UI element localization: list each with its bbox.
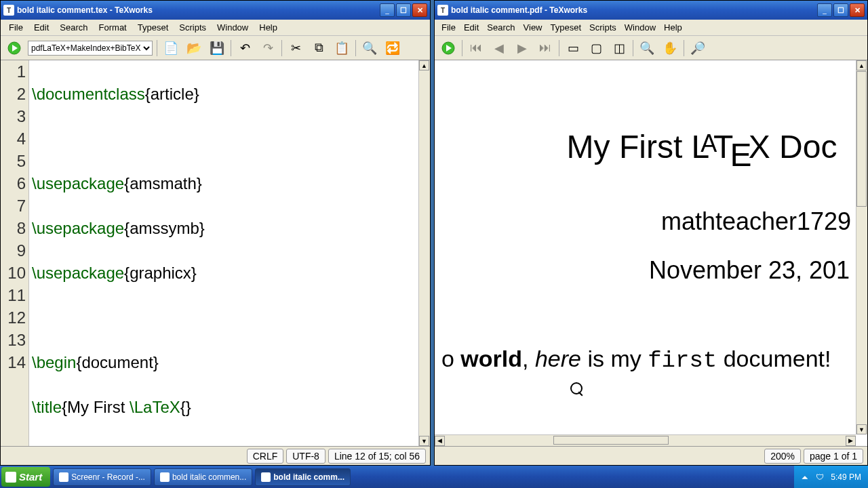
paste-button[interactable]: 📋 [332,39,351,58]
taskbar: Start Screenr - Record -... bold italic … [0,466,868,488]
separator [355,40,356,56]
app-icon [59,472,68,482]
pdf-viewport[interactable]: My First LATEX Doc mathteacher1729 Novem… [435,60,867,446]
typeset-engine-select[interactable]: pdfLaTeX+MakeIndex+BibTeX [28,41,153,56]
menu-search[interactable]: Search [483,21,519,34]
undo-button[interactable]: ↶ [235,39,254,58]
new-button[interactable]: 📄 [161,39,180,58]
save-button[interactable]: 💾 [208,39,226,58]
close-button[interactable]: ✕ [412,3,427,17]
vertical-scrollbar[interactable]: ▲ ▼ [856,60,867,434]
redo-button[interactable]: ↷ [258,39,277,58]
menu-edit[interactable]: Edit [28,21,54,34]
windows-flag-icon [5,472,16,483]
magnify-cursor-icon [570,382,585,397]
scroll-down-icon[interactable]: ▼ [856,424,867,434]
maximize-button[interactable]: ☐ [396,3,411,17]
viewer-statusbar: 200% page 1 of 1 [435,446,867,465]
scroll-left-icon[interactable]: ◀ [435,436,445,446]
open-button[interactable]: 📂 [184,39,203,58]
menu-typeset[interactable]: Typeset [132,21,174,34]
app-icon [160,472,170,482]
menu-scripts[interactable]: Scripts [585,21,620,34]
separator [281,40,282,56]
editor-window: T bold italic comment.tex - TeXworks _ ☐… [0,0,431,466]
menu-file[interactable]: File [437,21,460,34]
copy-button[interactable]: ⧉ [309,39,328,58]
doc-title: My First LATEX Doc [441,128,861,174]
close-button[interactable]: ✕ [850,3,865,17]
separator [462,40,462,56]
minimize-button[interactable]: _ [817,3,832,17]
scroll-right-icon[interactable]: ▶ [846,436,856,446]
menu-file[interactable]: File [3,21,28,34]
code-editor[interactable]: 1 2 3 4 5 6 7 8 9 10 11 12 13 14 \docume… [1,60,430,446]
source-button[interactable]: 🔎 [688,39,707,58]
editor-statusbar: CRLF UTF-8 Line 12 of 15; col 56 [1,446,430,465]
clock[interactable]: 5:49 PM [831,472,861,482]
pdf-page: My First LATEX Doc mathteacher1729 Novem… [435,60,867,387]
scroll-up-icon[interactable]: ▲ [419,60,429,70]
menu-typeset[interactable]: Typeset [547,21,586,34]
menu-view[interactable]: View [519,21,547,34]
magnify-tool-button[interactable]: 🔍 [637,39,656,58]
start-button[interactable]: Start [1,467,50,487]
app-icon: T [3,5,14,16]
replace-button[interactable]: 🔁 [383,39,402,58]
separator [559,40,559,56]
menu-format[interactable]: Format [94,21,132,34]
scroll-up-icon[interactable]: ▲ [856,60,867,70]
tray-icon[interactable]: 🛡 [816,472,825,482]
taskbar-item-tex[interactable]: bold italic commen... [154,468,252,486]
page-indicator[interactable]: page 1 of 1 [804,449,863,464]
fit-width-button[interactable]: ▭ [564,39,583,58]
separator [684,40,684,56]
eol-indicator[interactable]: CRLF [247,449,284,464]
typeset-button[interactable] [5,39,24,58]
cut-button[interactable]: ✂ [286,39,305,58]
horizontal-scrollbar[interactable]: ◀ ▶ [435,434,856,446]
system-tray[interactable]: ⏶ 🛡 5:49 PM [794,466,868,488]
scroll-thumb[interactable] [553,436,669,445]
pan-tool-button[interactable]: ✋ [660,39,679,58]
fit-page-button[interactable]: ▢ [587,39,606,58]
encoding-indicator[interactable]: UTF-8 [286,449,326,464]
separator [633,40,633,56]
maximize-button[interactable]: ☐ [833,3,848,17]
menu-edit[interactable]: Edit [460,21,483,34]
taskbar-item-screenr[interactable]: Screenr - Record -... [53,468,151,486]
menu-window[interactable]: Window [620,21,660,34]
app-icon [261,472,271,482]
menu-window[interactable]: Window [212,21,254,34]
zoom-indicator[interactable]: 200% [764,449,801,464]
scroll-down-icon[interactable]: ▼ [419,436,429,446]
line-gutter: 1 2 3 4 5 6 7 8 9 10 11 12 13 14 [1,60,29,446]
menu-search[interactable]: Search [54,21,93,34]
typeset-button[interactable] [439,39,458,58]
editor-menubar: File Edit Search Format Typeset Scripts … [1,20,430,36]
next-page-button[interactable]: ▶ [513,39,532,58]
code-content[interactable]: \documentclass{article} \usepackage{amsm… [29,60,418,446]
taskbar-item-pdf[interactable]: bold italic comm... [255,468,351,486]
separator [231,40,231,56]
last-page-button[interactable]: ⏭ [536,39,555,58]
actual-size-button[interactable]: ◫ [610,39,629,58]
viewer-menubar: File Edit Search View Typeset Scripts Wi… [435,20,867,36]
cursor-position: Line 12 of 15; col 56 [328,449,426,464]
separator [157,40,157,56]
prev-page-button[interactable]: ◀ [490,39,509,58]
menu-help[interactable]: Help [254,21,283,34]
editor-title: bold italic comment.tex - TeXworks [17,5,380,15]
scroll-thumb[interactable] [856,71,867,207]
menu-help[interactable]: Help [660,21,686,34]
first-page-button[interactable]: ⏮ [467,39,486,58]
minimize-button[interactable]: _ [380,3,395,17]
menu-scripts[interactable]: Scripts [174,21,212,34]
doc-author: mathteacher1729 [441,207,861,236]
app-icon: T [437,5,448,16]
doc-body: o world, here is my first document! [441,346,861,373]
vertical-scrollbar[interactable]: ▲ ▼ [418,60,430,446]
tray-icon[interactable]: ⏶ [801,472,810,482]
find-button[interactable]: 🔍 [360,39,379,58]
editor-toolbar: pdfLaTeX+MakeIndex+BibTeX 📄 📂 💾 ↶ ↷ ✂ ⧉ … [1,36,430,60]
